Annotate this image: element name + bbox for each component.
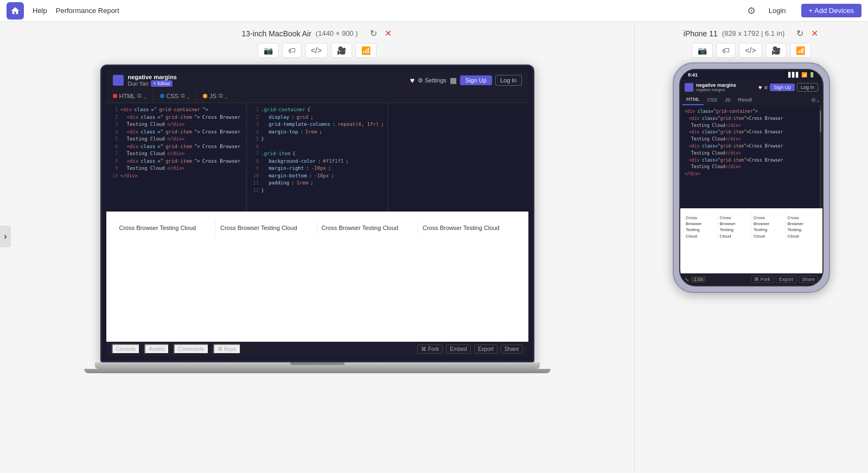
video-button[interactable]: 🎥 — [331, 43, 352, 58]
battery-icon: 🔋 — [809, 72, 815, 78]
editor-navbar: negative margins Dun Yan + follow ♥ ⚙ Se… — [106, 71, 528, 90]
macbook-device-frame: negative margins Dun Yan + follow ♥ ⚙ Se… — [84, 65, 551, 373]
iphone-expand-icon[interactable]: ⤡ — [685, 277, 689, 283]
left-close-button[interactable]: ✕ — [384, 27, 393, 40]
iphone-scrollbar-track — [820, 105, 821, 208]
footer-assets-tab[interactable]: Assets — [144, 344, 169, 354]
collapse-panel-arrow[interactable]: › — [0, 226, 11, 247]
nav-perf-report: Performance Report — [56, 7, 119, 15]
tag-button[interactable]: 🏷 — [282, 43, 302, 58]
editor-site-sub: Dun Yan — [128, 81, 149, 87]
editor-preview-area: Cross Browser Testing Cloud Cross Browse… — [106, 212, 528, 342]
iphone-tab-css[interactable]: CSS — [704, 95, 722, 105]
editor-login-button[interactable]: Log In — [495, 75, 522, 86]
iphone-login-button[interactable]: Log In — [797, 83, 818, 92]
editor-footer: Console Assets Comments ⌘ Keys ⌘ Fork Em… — [106, 342, 528, 356]
iphone-heart-icon[interactable]: ♥ — [758, 84, 762, 91]
footer-keys-tab[interactable]: ⌘ Keys — [213, 344, 241, 354]
iphone-preview-cell-2: CrossBrowserTestingCloud — [718, 212, 752, 242]
macbook-notch — [290, 362, 344, 365]
iphone-tab-caret-icon[interactable]: ⌄ — [816, 97, 820, 103]
tab-js[interactable]: JS ⧉ ⌄ — [196, 90, 234, 103]
code-button[interactable]: </> — [305, 43, 328, 58]
tab-html[interactable]: HTML ⧉ ⌄ — [106, 90, 153, 103]
login-link[interactable]: Login — [769, 7, 786, 15]
iphone-code-area[interactable]: <div class="grid-container"> <div class=… — [680, 105, 822, 208]
right-tag-button[interactable]: 🏷 — [716, 43, 736, 58]
editor-grid-icon[interactable]: ▦ — [450, 76, 457, 85]
footer-console-tab[interactable]: Console — [112, 344, 141, 354]
preview-cell-3: Cross Browser Testing Cloud — [317, 220, 419, 235]
left-device-panel: 13-inch MacBook Air (1440 × 900 ) ↻ ✕ 📷 … — [0, 22, 634, 473]
right-code-button[interactable]: </> — [739, 43, 762, 58]
editor-site-name: negative margins — [128, 74, 177, 80]
right-video-button[interactable]: 🎥 — [765, 43, 787, 58]
network-button[interactable]: 📶 — [355, 43, 376, 58]
iphone-preview-area: CrossBrowserTestingCloud CrossBrowserTes… — [680, 208, 822, 273]
editor-follow-badge[interactable]: + follow — [151, 80, 173, 87]
editor-signup-button[interactable]: Sign Up — [460, 75, 492, 85]
editor-logo-icon — [113, 75, 124, 86]
footer-comments-tab[interactable]: Comments — [174, 344, 208, 354]
iphone-site-sub: negative margins — [696, 88, 736, 92]
left-device-header: 13-inch MacBook Air (1440 × 900 ) ↻ ✕ — [0, 22, 634, 43]
footer-fork-button[interactable]: ⌘ Fork — [417, 344, 443, 354]
iphone-bottom-bar: ⤡ 1.0x ⌘ Fork Export Share — [680, 273, 822, 285]
iphone-signup-button[interactable]: Sign Up — [770, 84, 795, 91]
home-logo[interactable] — [7, 2, 24, 20]
iphone-scrollbar-thumb — [820, 111, 821, 132]
left-refresh-button[interactable]: ↻ — [369, 27, 378, 40]
iphone-bottom-right: ⌘ Fork Export Share — [751, 276, 818, 283]
settings-icon[interactable]: ⚙ — [747, 5, 756, 17]
add-devices-button[interactable]: + Add Devices — [801, 4, 861, 17]
right-device-name: iPhone 11 — [684, 29, 718, 38]
right-refresh-button[interactable]: ↻ — [795, 27, 805, 40]
iphone-tab-result[interactable]: Result — [735, 95, 756, 105]
editor-heart-icon[interactable]: ♥ — [410, 76, 414, 85]
iphone-preview-cell-4: CrossBrowserTestingCloud — [786, 212, 820, 242]
left-toolbar: 📷 🏷 </> 🎥 📶 — [258, 43, 376, 58]
iphone-tab-html[interactable]: HTML — [682, 94, 704, 105]
right-device-panel: iPhone 11 (828 x 1792 | 6.1 in) ↻ ✕ 📷 🏷 … — [635, 22, 868, 473]
iphone-status-bar: 9:41 ▋▋▋ 📶 🔋 — [680, 70, 822, 80]
iphone-outer-frame: 9:41 ▋▋▋ 📶 🔋 negative margins — [673, 62, 830, 293]
right-close-button[interactable]: ✕ — [810, 27, 819, 40]
top-navbar: Help Performance Report ⚙ Login + Add De… — [0, 0, 868, 22]
right-camera-button[interactable]: 📷 — [692, 43, 713, 58]
preview-cell-4: Cross Browser Testing Cloud — [418, 220, 520, 235]
wifi-icon: 📶 — [361, 46, 371, 55]
js-editor-panel[interactable] — [388, 103, 528, 212]
tab-css[interactable]: CSS ⧉ ⌄ — [153, 90, 196, 103]
main-area: › 13-inch MacBook Air (1440 × 900 ) ↻ ✕ … — [0, 22, 868, 473]
css-editor-panel[interactable]: 1.grid-container { 2display: grid; 3grid… — [247, 103, 388, 212]
iphone-fork-button[interactable]: ⌘ Fork — [751, 276, 774, 283]
right-device-size: (828 x 1792 | 6.1 in) — [722, 29, 784, 37]
js-dot — [203, 94, 207, 98]
editor-settings-label[interactable]: ⚙ Settings — [418, 77, 446, 84]
footer-share-button[interactable]: Share — [501, 344, 523, 354]
html-editor-panel[interactable]: 1<div class="grid-container"> 2<div clas… — [106, 103, 247, 212]
right-camera-icon: 📷 — [698, 46, 707, 55]
preview-cell-2: Cross Browser Testing Cloud — [216, 220, 317, 235]
macbook-base — [95, 362, 540, 369]
camera-button[interactable]: 📷 — [258, 43, 279, 58]
iphone-export-button[interactable]: Export — [776, 276, 796, 283]
nav-help-link[interactable]: Help — [33, 7, 47, 15]
tag-icon: 🏷 — [288, 46, 296, 55]
right-network-button[interactable]: 📶 — [790, 43, 811, 58]
footer-embed-button[interactable]: Embed — [446, 344, 471, 354]
signal-icon: ▋▋▋ — [788, 72, 800, 78]
right-tag-icon: 🏷 — [722, 46, 730, 55]
iphone-screen: 9:41 ▋▋▋ 📶 🔋 negative margins — [679, 69, 824, 286]
left-device-size: (1440 × 900 ) — [316, 29, 358, 37]
editor-panels: 1<div class="grid-container"> 2<div clas… — [106, 103, 528, 212]
iphone-tab-js[interactable]: JS — [721, 95, 735, 105]
iphone-zoom-level[interactable]: 1.0x — [691, 276, 706, 283]
footer-export-button[interactable]: Export — [474, 344, 497, 354]
right-code-icon: </> — [745, 46, 756, 55]
iphone-tab-gear-icon[interactable]: ⚙ — [811, 97, 816, 103]
wifi-status-icon: 📶 — [801, 72, 807, 78]
iphone-share-button[interactable]: Share — [799, 276, 818, 283]
iphone-list-icon[interactable]: ≡ — [764, 84, 768, 91]
iphone-code-container: <div class="grid-container"> <div class=… — [680, 105, 822, 208]
